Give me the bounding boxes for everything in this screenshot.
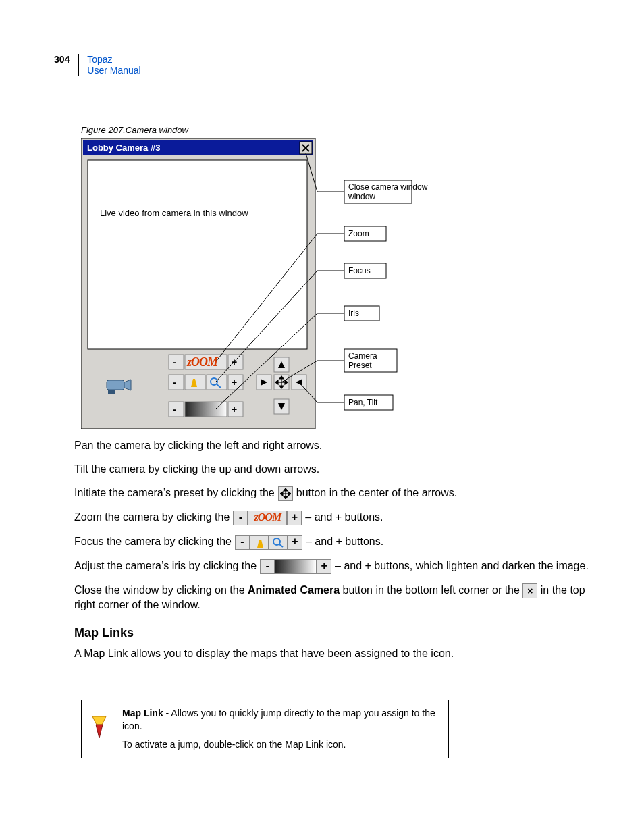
zoom-inline-icon: zOOM — [248, 511, 287, 525]
zoom-label-icon: zOOM — [186, 355, 219, 369]
svg-text:Zoom: Zoom — [348, 229, 369, 238]
header-title: Topaz User Manual — [87, 54, 140, 76]
svg-rect-5 — [88, 160, 307, 349]
svg-text:Pan, Tilt: Pan, Tilt — [348, 398, 378, 407]
svg-marker-54 — [288, 492, 291, 496]
maplink-icon — [90, 712, 110, 746]
camera-window-figure: Lobby Camera #3 Live video from camera i… — [81, 138, 473, 436]
svg-text:-: - — [173, 376, 176, 388]
svg-text:Preset: Preset — [348, 361, 372, 370]
svg-rect-6 — [169, 355, 184, 369]
svg-text:+: + — [232, 377, 237, 388]
close-button[interactable] — [300, 142, 312, 154]
body-content: Pan the camera by clicking the left and … — [74, 439, 594, 671]
flame-inline-icon — [250, 535, 269, 550]
svg-marker-58 — [96, 725, 103, 738]
page-number: 304 — [54, 54, 70, 65]
svg-rect-11 — [169, 375, 184, 390]
svg-text:Camera: Camera — [348, 351, 377, 361]
para-pan: Pan the camera by clicking the left and … — [74, 439, 594, 453]
minus-icon: - — [235, 535, 250, 550]
svg-marker-53 — [280, 492, 283, 496]
callouts: Close camera window window Zoom Focus Ir… — [344, 180, 428, 410]
svg-text:Close camera window: Close camera window — [348, 182, 428, 192]
x-inline-icon: × — [522, 583, 537, 598]
window-title: Lobby Camera #3 — [87, 142, 160, 153]
svg-text:-: - — [173, 356, 176, 367]
plus-icon: + — [288, 535, 302, 550]
para-zoom: Zoom the camera by clicking the - zOOM +… — [74, 511, 594, 525]
svg-rect-34 — [108, 390, 115, 394]
plus-icon: + — [287, 511, 302, 525]
figure-caption: Figure 207.Camera window — [81, 125, 188, 135]
maplink-box: Map Link - Allows you to quickly jump di… — [81, 700, 449, 758]
iris-control[interactable]: - + — [169, 402, 243, 417]
svg-text:Focus: Focus — [348, 266, 371, 276]
minus-icon: - — [260, 559, 275, 574]
svg-marker-52 — [284, 496, 288, 499]
product-name: Topaz — [87, 54, 112, 65]
svg-text:window: window — [348, 192, 375, 201]
maplink-line2: To activate a jump, double-click on the … — [122, 738, 441, 751]
zoom-control[interactable]: - zOOM + — [169, 355, 243, 369]
maplink-line1: Map Link - Allows you to quickly jump di… — [122, 707, 441, 733]
svg-text:-: - — [173, 403, 176, 415]
svg-point-55 — [273, 538, 280, 545]
header-rule — [54, 105, 601, 105]
para-close: Close the window by clicking on the Anim… — [74, 583, 594, 613]
magnifier-inline-icon — [269, 535, 288, 550]
svg-rect-32 — [107, 380, 124, 390]
svg-rect-18 — [169, 402, 184, 417]
preset-inline-icon — [278, 486, 293, 501]
plus-icon: + — [317, 559, 331, 574]
section-heading: Map Links — [74, 625, 594, 641]
section-intro: A Map Link allows you to display the map… — [74, 647, 594, 661]
doc-name: User Manual — [87, 65, 140, 76]
svg-line-56 — [279, 544, 283, 547]
minus-icon: - — [233, 511, 248, 525]
para-focus: Focus the camera by clicking the - + – a… — [74, 535, 594, 550]
svg-text:+: + — [232, 404, 237, 415]
para-preset: Initiate the camera’s preset by clicking… — [74, 486, 594, 501]
svg-marker-51 — [284, 488, 288, 491]
para-tilt: Tilt the camera by clicking the up and d… — [74, 463, 594, 477]
iris-inline-icon — [275, 559, 317, 574]
para-iris: Adjust the camera’s iris by clicking the… — [74, 559, 594, 574]
video-placeholder: Live video from camera in this window — [100, 208, 248, 218]
page-header: 304 Topaz User Manual — [54, 54, 141, 76]
header-divider — [78, 54, 79, 76]
svg-text:Iris: Iris — [348, 309, 359, 318]
